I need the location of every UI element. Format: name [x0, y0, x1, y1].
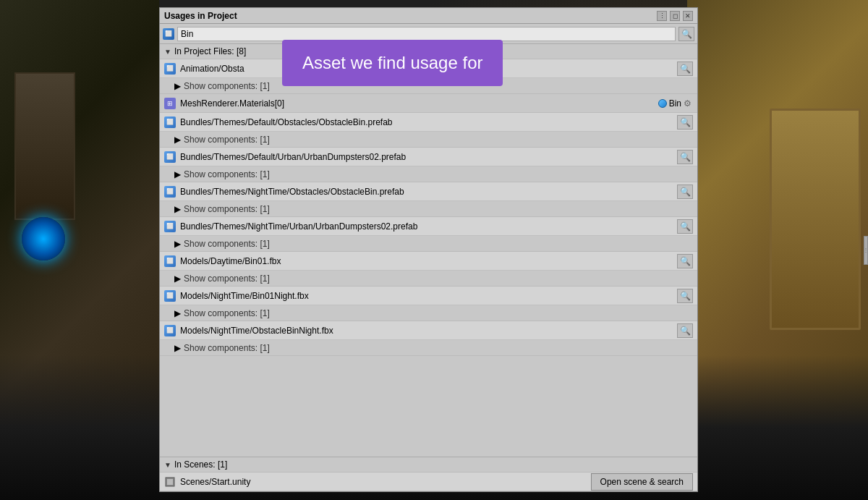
list-item[interactable]: ⬜ Models/NightTime/ObstacleBinNight.fbx … [160, 321, 697, 340]
svg-rect-1 [167, 479, 173, 485]
search-icon: 🔍 [680, 256, 691, 266]
show-components-row[interactable]: ▶ Show components: [1] [160, 340, 697, 356]
expand-triangle-icon[interactable]: ▶ [174, 81, 181, 91]
model-icon: ⬜ [164, 290, 176, 302]
component-detail-row: MeshRenderer.Materials[0] Bin ⚙ [160, 94, 697, 113]
prefab-icon: ⬜ [164, 151, 176, 163]
title-bar-left: Usages in Project [164, 11, 237, 21]
file-path: Bundles/Themes/Default/Obstacles/Obstacl… [180, 117, 674, 127]
search-in-file-button[interactable]: 🔍 [677, 185, 693, 199]
search-icon: 🔍 [680, 64, 691, 74]
file-path: Animation/Obsta [180, 64, 674, 74]
close-button[interactable]: ✕ [683, 11, 693, 21]
search-in-file-button[interactable]: 🔍 [677, 219, 693, 234]
search-in-file-button[interactable]: 🔍 [677, 62, 693, 76]
bin-label: Bin [669, 98, 681, 109]
file-path: Bundles/Themes/NightTime/Urban/UrbanDump… [180, 221, 674, 232]
show-components-row[interactable]: ▶ Show components: [1] [160, 132, 697, 148]
model-icon: ⬜ [164, 255, 176, 267]
search-in-file-button[interactable]: 🔍 [677, 254, 693, 268]
prefab-icon: ⬜ [164, 116, 176, 128]
asset-search-row: 🔍 [160, 24, 697, 44]
unity-panel: Usages in Project ⋮ ◻ ✕ 🔍 ▼ In Project F… [159, 7, 698, 492]
search-icon: 🔍 [680, 221, 691, 232]
prefab-icon: ⬜ [164, 221, 176, 232]
collapse-triangle-scenes-icon[interactable]: ▼ [164, 461, 171, 469]
search-icon: 🔍 [680, 291, 691, 301]
title-bar: Usages in Project ⋮ ◻ ✕ [160, 8, 697, 24]
expand-triangle-icon[interactable]: ▶ [174, 343, 181, 353]
list-item[interactable]: ⬜ Bundles/Themes/NightTime/Obstacles/Obs… [160, 182, 697, 201]
model-icon: ⬜ [164, 325, 176, 336]
show-components-label: Show components: [1] [184, 274, 270, 284]
show-components-label: Show components: [1] [184, 135, 270, 145]
scene-file-icon [164, 476, 176, 488]
collapse-triangle-icon[interactable]: ▼ [164, 48, 171, 56]
search-icon: 🔍 [680, 152, 691, 162]
show-components-label: Show components: [1] [184, 81, 270, 91]
show-components-row[interactable]: ▶ Show components: [1] [160, 78, 697, 94]
search-icon: 🔍 [680, 326, 691, 336]
file-path: Models/Daytime/Bin01.fbx [180, 256, 674, 266]
search-in-file-button[interactable]: 🔍 [677, 150, 693, 164]
in-scenes-section: ▼ In Scenes: [1] Scenes/Start.unity Open… [160, 457, 697, 491]
prefab-icon: ⬜ [164, 63, 176, 75]
file-path: Models/NightTime/Bin01Night.fbx [180, 291, 674, 301]
expand-triangle-icon[interactable]: ▶ [174, 169, 181, 179]
file-path: Bundles/Themes/Default/Urban/UrbanDumpst… [180, 152, 674, 162]
asset-cube-icon [163, 28, 174, 40]
list-item[interactable]: ⬜ Bundles/Themes/Default/Urban/UrbanDump… [160, 148, 697, 166]
title-bar-right: ⋮ ◻ ✕ [657, 11, 693, 21]
list-item[interactable]: ⬜ Models/Daytime/Bin01.fbx 🔍 [160, 252, 697, 271]
expand-triangle-icon[interactable]: ▶ [174, 308, 181, 318]
panel-title: Usages in Project [164, 11, 237, 21]
show-components-label: Show components: [1] [184, 169, 270, 179]
list-item[interactable]: ⬜ Bundles/Themes/Default/Obstacles/Obsta… [160, 113, 697, 132]
show-components-label: Show components: [1] [184, 343, 270, 353]
open-scene-search-button[interactable]: Open scene & search [591, 473, 693, 491]
show-components-row[interactable]: ▶ Show components: [1] [160, 166, 697, 182]
prefab-icon: ⬜ [164, 186, 176, 198]
show-components-label: Show components: [1] [184, 204, 270, 214]
bin-badge: Bin [658, 98, 681, 109]
list-item[interactable]: ⬜ Bundles/Themes/NightTime/Urban/UrbanDu… [160, 217, 697, 236]
expand-triangle-icon[interactable]: ▶ [174, 239, 181, 249]
show-components-row[interactable]: ▶ Show components: [1] [160, 305, 697, 321]
in-scenes-header: ▼ In Scenes: [1] [160, 457, 697, 473]
list-item[interactable]: ⬜ Animation/Obsta 🔍 [160, 59, 697, 78]
file-path: Models/NightTime/ObstacleBinNight.fbx [180, 326, 674, 336]
show-components-row[interactable]: ▶ Show components: [1] [160, 201, 697, 217]
show-components-label: Show components: [1] [184, 239, 270, 249]
magnifier-icon: 🔍 [681, 29, 692, 39]
more-options-button[interactable]: ⋮ [657, 11, 667, 21]
bin-circle-icon [658, 99, 667, 108]
mesh-renderer-icon [164, 98, 176, 109]
settings-icon[interactable]: ⚙ [681, 98, 693, 109]
maximize-button[interactable]: ◻ [670, 11, 680, 21]
file-path: Bundles/Themes/NightTime/Obstacles/Obsta… [180, 187, 674, 197]
search-in-file-button[interactable]: 🔍 [677, 323, 693, 338]
show-components-label: Show components: [1] [184, 308, 270, 318]
search-icon: 🔍 [680, 117, 691, 127]
component-name: MeshRenderer.Materials[0] [180, 98, 658, 109]
resize-handle[interactable]: ⋮ [864, 236, 868, 265]
scene-row: Scenes/Start.unity Open scene & search [160, 473, 697, 491]
show-components-row[interactable]: ▶ Show components: [1] [160, 236, 697, 252]
search-in-file-button[interactable]: 🔍 [677, 289, 693, 303]
scene-path: Scenes/Start.unity [180, 477, 250, 487]
asset-search-input[interactable] [177, 27, 676, 41]
expand-triangle-icon[interactable]: ▶ [174, 274, 181, 284]
search-in-file-button[interactable]: 🔍 [677, 115, 693, 130]
list-item[interactable]: ⬜ Models/NightTime/Bin01Night.fbx 🔍 [160, 287, 697, 305]
in-scenes-label: In Scenes: [1] [174, 459, 227, 470]
scroll-area[interactable]: ▼ In Project Files: [8] ⬜ Animation/Obst… [160, 44, 697, 457]
asset-search-button[interactable]: 🔍 [678, 27, 694, 41]
show-components-row[interactable]: ▶ Show components: [1] [160, 271, 697, 287]
in-project-files-label: In Project Files: [8] [174, 46, 246, 56]
expand-triangle-icon[interactable]: ▶ [174, 135, 181, 145]
expand-triangle-icon[interactable]: ▶ [174, 204, 181, 214]
resize-dots: ⋮ [863, 247, 868, 253]
in-project-files-header: ▼ In Project Files: [8] [160, 44, 697, 59]
search-icon: 🔍 [680, 187, 691, 197]
